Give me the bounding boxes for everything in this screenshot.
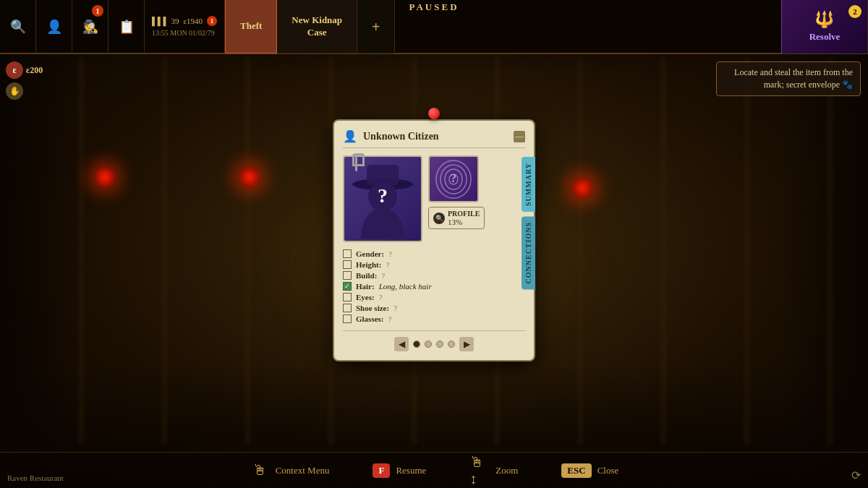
- persons-btn[interactable]: 👤: [36, 0, 72, 53]
- checkbox-build[interactable]: [343, 271, 352, 280]
- attributes-list: Gender: ? Height: ? Build: ? Hair: Long,…: [343, 249, 525, 323]
- bars-icon: ▌▌▌: [152, 17, 169, 25]
- card-pin: [428, 108, 440, 119]
- f-key: F: [373, 463, 390, 478]
- resolve-label: Resolve: [809, 31, 841, 42]
- resume-action[interactable]: F Resume: [373, 463, 426, 478]
- hint-text: Locate and steal the item from the mark;…: [734, 67, 853, 90]
- label-build: Build:: [356, 271, 377, 280]
- checkbox-glasses[interactable]: [343, 314, 352, 323]
- esc-key: ESC: [561, 463, 591, 478]
- log-btn[interactable]: 📋: [109, 0, 145, 53]
- tab-summary[interactable]: SUMMARY: [522, 157, 535, 212]
- tab-kidnap-label: New KidnapCase: [292, 14, 342, 39]
- bottom-bar: 🖱 Context Menu F Resume 🖱↕ Zoom ESC Clos…: [0, 452, 868, 488]
- scroll-indicator: ⟳: [851, 468, 861, 482]
- checkbox-eyes[interactable]: [343, 293, 352, 301]
- resources-panel: ε ε200 ✋: [6, 61, 43, 100]
- label-gender: Gender:: [356, 249, 384, 258]
- value-height: ?: [386, 260, 389, 269]
- agents-badge: 1: [92, 5, 103, 17]
- nav-dot-4[interactable]: [448, 341, 455, 348]
- paper-clip: [355, 153, 357, 171]
- hat-icon: 🕵: [82, 19, 98, 35]
- card-nav: ◀ ▶: [343, 330, 525, 351]
- extra-badge: 1: [207, 16, 217, 26]
- profile-badge: 🔍 PROFILE 13%: [428, 207, 485, 229]
- checkbox-hair[interactable]: [343, 282, 352, 291]
- attr-gender: Gender: ?: [343, 249, 525, 258]
- value-hair: Long, black hair: [379, 282, 432, 291]
- card-header: 👤 Unknown Citizen —: [343, 129, 525, 148]
- attr-eyes: Eyes: ?: [343, 293, 525, 301]
- money-stat: ▌▌▌ 39: [152, 17, 179, 25]
- nav-dot-1[interactable]: [413, 341, 420, 348]
- photos-area: ? ? 🔍 PROFILE 13%: [343, 155, 525, 242]
- card-title: Unknown Citizen: [363, 131, 439, 142]
- side-photos: ? 🔍 PROFILE 13%: [428, 155, 485, 242]
- resolve-badge: 2: [848, 5, 861, 18]
- profile-pct: 13%: [448, 218, 480, 226]
- attr-shoe: Shoe size: ?: [343, 304, 525, 312]
- mouse-icon: 🖱: [250, 461, 270, 481]
- attr-build: Build: ?: [343, 271, 525, 280]
- zoom-label: Zoom: [495, 465, 518, 476]
- value-shoe: ?: [393, 304, 397, 312]
- action-icon-res: ✋: [6, 82, 23, 100]
- stats-area: ▌▌▌ 39 ε1940 1 13:55 MON 01/02/79: [145, 0, 225, 53]
- red-light-1: [94, 166, 116, 188]
- zoom-icon: 🖱↕: [469, 461, 490, 481]
- tab-theft[interactable]: Theft: [225, 0, 277, 53]
- checkbox-height[interactable]: [343, 260, 352, 269]
- context-menu-label: Context Menu: [276, 465, 330, 476]
- nav-dot-2[interactable]: [425, 341, 432, 348]
- close-action[interactable]: ESC Close: [561, 463, 618, 478]
- location-label: Raven Restaurant: [7, 474, 64, 482]
- attr-glasses: Glasses: ?: [343, 314, 525, 323]
- minimize-btn[interactable]: —: [514, 131, 525, 142]
- fingerprint-svg: ?: [432, 159, 475, 199]
- tab-kidnap[interactable]: New KidnapCase: [277, 0, 357, 53]
- checkbox-gender[interactable]: [343, 249, 352, 258]
- zoom-action: 🖱↕ Zoom: [469, 461, 518, 481]
- resource-money: ε ε200: [6, 61, 43, 79]
- context-menu-action: 🖱 Context Menu: [250, 461, 330, 481]
- year-stat: ε1940: [183, 17, 203, 25]
- money-value: ε200: [26, 65, 43, 76]
- hint-box: Locate and steal the item from the mark;…: [716, 61, 861, 96]
- search-icon: 🔍: [10, 19, 26, 35]
- search-btn[interactable]: 🔍: [0, 0, 36, 53]
- label-glasses: Glasses:: [356, 314, 384, 323]
- checkbox-shoe[interactable]: [343, 304, 352, 312]
- log-icon: 📋: [119, 19, 135, 35]
- label-eyes: Eyes:: [356, 293, 375, 301]
- fingerprint-photo: ?: [428, 155, 479, 202]
- resolve-icon: 🔱: [809, 9, 841, 30]
- tab-connections[interactable]: CONNECTIONS: [522, 216, 535, 289]
- label-hair: Hair:: [356, 282, 375, 291]
- card-title-area: 👤 Unknown Citizen: [343, 129, 439, 143]
- right-tabs: SUMMARY CONNECTIONS: [522, 157, 535, 289]
- citizen-card: 👤 Unknown Citizen — ?: [333, 119, 535, 361]
- main-photo: ?: [343, 155, 422, 242]
- attr-height: Height: ?: [343, 260, 525, 269]
- nav-next[interactable]: ▶: [459, 337, 474, 351]
- nav-dot-3[interactable]: [436, 341, 443, 348]
- agents-btn[interactable]: 🕵 1: [72, 0, 109, 53]
- label-shoe: Shoe size:: [356, 304, 389, 312]
- tab-new-case[interactable]: +: [357, 0, 395, 53]
- attr-hair: Hair: Long, black hair: [343, 282, 525, 291]
- value-build: ?: [381, 271, 385, 280]
- value-eyes: ?: [379, 293, 383, 301]
- time-stat: 13:55 MON 01/02/79: [152, 29, 215, 37]
- money-icon: ε: [6, 61, 23, 79]
- person-icon: 👤: [46, 19, 62, 35]
- nav-prev[interactable]: ◀: [394, 337, 409, 351]
- card-person-icon: 👤: [343, 129, 357, 143]
- resource-action: ✋: [6, 82, 43, 100]
- profile-label: PROFILE: [448, 210, 480, 218]
- profile-icon: 🔍: [433, 213, 445, 224]
- silhouette-svg: ?: [346, 159, 419, 239]
- tab-resolve[interactable]: 2 🔱 Resolve: [781, 0, 868, 53]
- red-light-3: [571, 177, 593, 199]
